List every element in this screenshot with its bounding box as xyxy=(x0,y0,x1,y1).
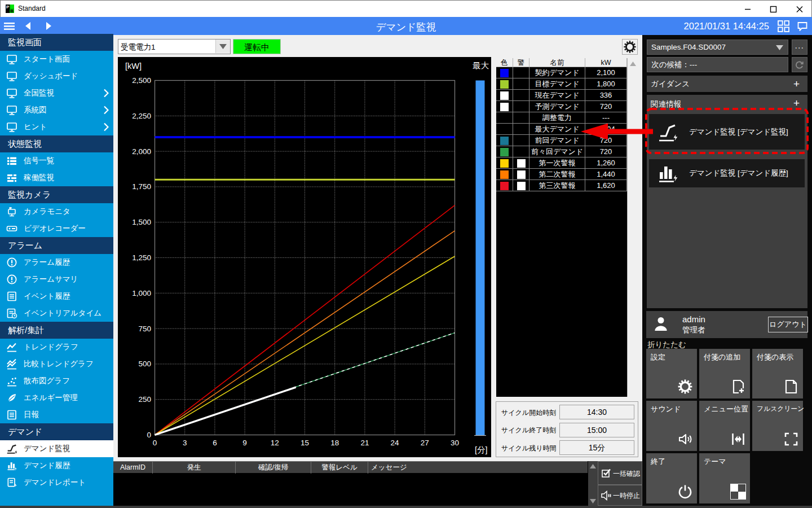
svg-text:9: 9 xyxy=(242,439,247,447)
svg-text:1,000: 1,000 xyxy=(132,289,151,297)
svg-text:0: 0 xyxy=(153,439,157,447)
svg-text:21: 21 xyxy=(360,439,369,447)
svg-text:500: 500 xyxy=(138,360,151,368)
svg-text:15: 15 xyxy=(301,439,309,447)
svg-text:2,250: 2,250 xyxy=(132,112,151,120)
svg-text:2,500: 2,500 xyxy=(132,76,151,85)
svg-text:27: 27 xyxy=(421,439,429,447)
svg-text:B: B xyxy=(10,8,14,13)
svg-text:3: 3 xyxy=(183,439,187,447)
svg-text:1,500: 1,500 xyxy=(132,218,151,226)
svg-text:P: P xyxy=(6,5,10,10)
svg-text:0: 0 xyxy=(147,431,151,439)
svg-text:12: 12 xyxy=(271,439,279,447)
svg-text:1,750: 1,750 xyxy=(132,182,151,191)
svg-text:30: 30 xyxy=(451,439,459,447)
svg-text:24: 24 xyxy=(391,439,400,447)
svg-text:2,000: 2,000 xyxy=(132,147,151,156)
svg-text:6: 6 xyxy=(213,439,217,447)
svg-text:250: 250 xyxy=(138,395,151,404)
svg-text:1,250: 1,250 xyxy=(132,253,151,262)
svg-text:18: 18 xyxy=(330,439,339,447)
svg-text:750: 750 xyxy=(138,325,151,333)
